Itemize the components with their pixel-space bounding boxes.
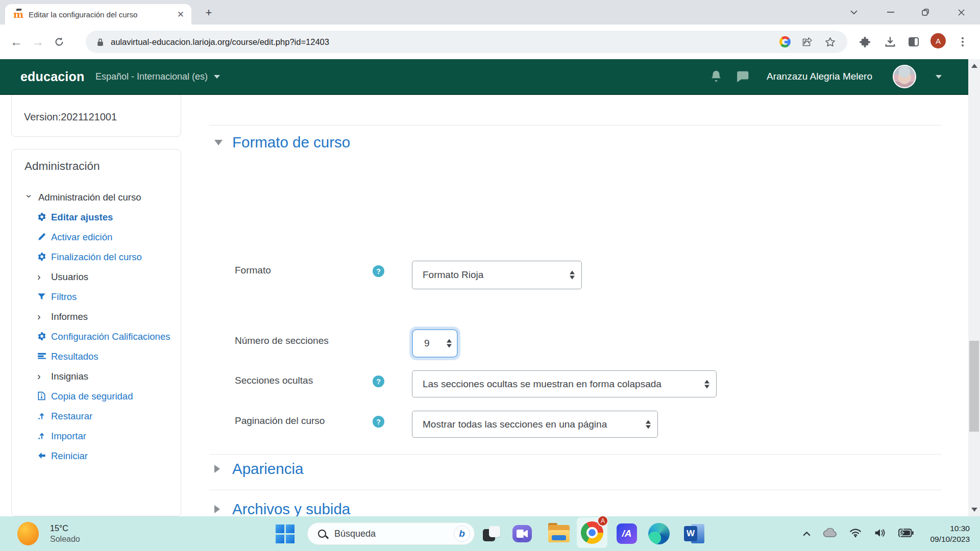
course-layout-select[interactable]: Mostrar todas las secciones en una págin…	[412, 411, 658, 438]
share-icon[interactable]	[798, 33, 817, 51]
num-sections-value: 9	[424, 338, 430, 349]
info-card: Integración Moodle-Racima Version:202112…	[11, 95, 181, 137]
sidebar-item-backup[interactable]: Copia de seguridad	[12, 386, 181, 406]
scroll-up-arrow[interactable]	[968, 61, 980, 70]
site-brand[interactable]: educacion	[20, 59, 84, 94]
wifi-icon[interactable]	[849, 528, 862, 539]
section-title: Formato de curso	[232, 134, 350, 151]
tab-title: Editar la configuración del curso	[29, 10, 173, 19]
sidebar-item-filters[interactable]: Filtros	[12, 287, 181, 307]
moodle-header: educacion Español - Internacional (es) A…	[0, 59, 968, 95]
format-select[interactable]: Formato Rioja	[412, 261, 582, 289]
task-view-button[interactable]	[483, 526, 500, 541]
language-selector[interactable]: Español - Internacional (es)	[95, 59, 220, 94]
sidebar-item-users[interactable]: ›Usuarios	[12, 267, 181, 287]
help-icon[interactable]: ?	[373, 375, 384, 387]
reload-button[interactable]	[49, 32, 69, 52]
word-icon: W	[684, 523, 704, 544]
expand-triangle-icon	[214, 505, 220, 513]
select-arrows-icon	[447, 339, 452, 348]
sidebar-item-edit-settings[interactable]: Editar ajustes	[12, 207, 181, 227]
edge-button[interactable]	[648, 523, 670, 544]
lock-icon[interactable]	[97, 38, 104, 46]
google-lens-icon[interactable]	[776, 33, 794, 51]
sidebar-item-reset[interactable]: Reiniciar	[12, 446, 181, 466]
info-card-title: Integración Moodle-Racima	[24, 95, 168, 97]
user-name: Aranzazu Alegria Melero	[767, 71, 872, 82]
forward-button[interactable]: →	[28, 32, 48, 52]
browser-profile-avatar[interactable]: A	[930, 33, 946, 48]
ma-app-button[interactable]: /A	[617, 523, 637, 544]
notifications-bell-icon[interactable]	[710, 70, 722, 83]
sidebar-item-badges[interactable]: ›Insignias	[12, 366, 181, 386]
sidebar: Integración Moodle-Racima Version:202112…	[11, 95, 181, 516]
new-tab-button[interactable]: +	[202, 6, 216, 20]
sidebar-item-course-administration[interactable]: ›Administración del curso	[12, 187, 181, 207]
moodle-favicon-icon: m	[13, 9, 23, 19]
extensions-icon[interactable]	[855, 33, 874, 51]
tab-search-icon[interactable]	[842, 0, 866, 24]
sidebar-item-turn-editing-on[interactable]: Activar edición	[12, 227, 181, 247]
file-explorer-button[interactable]	[548, 525, 570, 542]
sidebar-item-gradebook-setup[interactable]: Configuración Calificaciones	[12, 327, 181, 346]
side-panel-icon[interactable]	[904, 33, 923, 51]
section-appearance[interactable]: Apariencia	[214, 460, 303, 478]
browser-menu-icon[interactable]	[953, 33, 972, 51]
chat-button[interactable]	[512, 525, 532, 542]
word-button[interactable]: W	[684, 523, 704, 544]
sidebar-item-reports[interactable]: ›Informes	[12, 307, 181, 327]
sidebar-item-outcomes[interactable]: Resultados	[12, 346, 181, 366]
battery-icon[interactable]	[898, 529, 914, 539]
hidden-sections-select[interactable]: Las secciones ocultas se muestran en for…	[412, 370, 717, 397]
language-label: Español - Internacional (es)	[95, 71, 208, 82]
divider	[209, 490, 942, 490]
taskbar-search[interactable]: Búsqueda b	[307, 522, 475, 545]
weather-condition: Soleado	[50, 535, 80, 544]
section-files-uploads[interactable]: Archivos y subida	[214, 500, 350, 516]
page-scrollbar[interactable]	[968, 59, 980, 516]
tab-close-icon[interactable]: ✕	[177, 9, 184, 20]
bookmark-star-icon[interactable]	[821, 33, 839, 51]
tray-chevron-up-icon[interactable]	[803, 529, 811, 538]
scrollbar-thumb[interactable]	[969, 341, 979, 432]
gear-icon	[37, 252, 51, 261]
sidebar-item-restore[interactable]: Restaurar	[12, 406, 181, 426]
start-button[interactable]	[274, 522, 296, 545]
help-icon[interactable]: ?	[373, 416, 384, 428]
section-course-format[interactable]: Formato de curso	[214, 134, 350, 151]
messages-icon[interactable]	[736, 70, 749, 83]
page-content: Integración Moodle-Racima Version:202112…	[0, 95, 968, 516]
user-avatar[interactable]	[893, 65, 916, 88]
format-label: Formato	[235, 265, 271, 276]
user-menu-chevron-icon[interactable]	[936, 75, 942, 79]
num-sections-select[interactable]: 9	[412, 329, 458, 358]
weather-widget[interactable]: 15°C Soleado	[12, 516, 85, 551]
url-text[interactable]: aulavirtual-educacion.larioja.org/course…	[111, 37, 772, 47]
gear-icon	[37, 332, 51, 341]
scroll-down-arrow[interactable]	[968, 505, 980, 514]
course-layout-label: Paginación del curso	[235, 415, 325, 427]
select-arrows-icon	[646, 420, 651, 429]
collapse-triangle-icon	[214, 140, 223, 145]
downloads-icon[interactable]	[881, 33, 899, 51]
taskbar-clock[interactable]: 10:30 09/10/2023	[930, 516, 970, 551]
help-icon[interactable]: ?	[373, 265, 384, 277]
divider	[209, 454, 942, 455]
onedrive-cloud-icon[interactable]	[823, 528, 837, 539]
num-sections-label: Número de secciones	[235, 335, 329, 346]
administration-tree: ›Administración del curso Editar ajustes…	[12, 187, 181, 466]
chrome-taskbar-button[interactable]: A	[577, 517, 607, 548]
ma-app-icon: /A	[617, 523, 637, 544]
browser-tab[interactable]: m Editar la configuración del curso ✕	[5, 4, 191, 24]
select-arrows-icon	[704, 380, 709, 388]
window-close-button[interactable]	[949, 0, 973, 24]
address-bar[interactable]: aulavirtual-educacion.larioja.org/course…	[86, 31, 847, 53]
folder-icon	[548, 525, 570, 542]
hidden-sections-label: Secciones ocultas	[235, 375, 313, 386]
volume-icon[interactable]	[874, 528, 886, 540]
back-button[interactable]: ←	[6, 32, 27, 52]
window-minimize-button[interactable]	[879, 0, 902, 24]
sidebar-item-import[interactable]: Importar	[12, 426, 181, 446]
window-restore-button[interactable]	[914, 0, 937, 24]
sidebar-item-course-completion[interactable]: Finalización del curso	[12, 247, 181, 267]
